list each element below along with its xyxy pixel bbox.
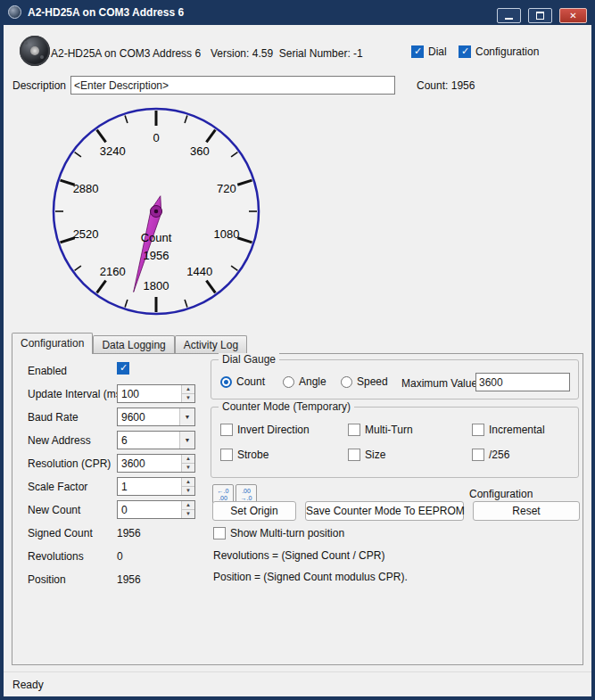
version-value: 4.59	[252, 47, 273, 60]
radio-angle[interactable]: Angle	[283, 375, 326, 388]
maximize-button[interactable]	[528, 8, 552, 23]
field-label-signed-count: Signed Count	[28, 527, 93, 539]
close-icon: ✕	[560, 9, 586, 22]
field-label-scale-factor: Scale Factor	[28, 481, 87, 493]
checkbox-label: Strobe	[237, 449, 269, 461]
spin-up-button[interactable]: ▲	[182, 478, 194, 486]
minimize-icon	[505, 18, 513, 20]
new-address-dropdown[interactable]: 6▼	[117, 431, 195, 449]
radio-button	[220, 376, 232, 388]
field-label-position: Position	[28, 573, 66, 586]
count-label: Count:	[417, 79, 448, 92]
radio-count[interactable]: Count	[220, 375, 265, 388]
dial-gauge-group-title: Dial Gauge	[219, 353, 279, 366]
position-formula: Position = (Signed Count modulus CPR).	[213, 571, 408, 583]
dropdown-value: 9600	[121, 411, 145, 424]
titlebar[interactable]: A2-HD25A on COM3 Address 6 ✕	[0, 0, 595, 25]
spin-up-button[interactable]: ▲	[182, 455, 194, 463]
checkbox-multi-turn[interactable]: Multi-Turn	[348, 424, 413, 436]
checkbox-invert-direction[interactable]: Invert Direction	[220, 424, 310, 436]
minimize-button[interactable]	[497, 8, 521, 23]
serial-label: Serial Number:	[279, 47, 351, 60]
checkbox-label: Incremental	[489, 424, 545, 436]
new-count-spinner[interactable]: 0▲▼	[117, 500, 195, 519]
field-label-baud-rate: Baud Rate	[28, 411, 79, 424]
dial-tick-label: 360	[190, 144, 210, 158]
dial-checkbox[interactable]: Dial	[411, 45, 447, 58]
maximum-value-input[interactable]	[475, 373, 570, 391]
spinner-value: 1	[121, 481, 128, 493]
description-label: Description	[12, 79, 66, 92]
dial-tick-label: 1440	[186, 265, 212, 278]
spin-up-button[interactable]: ▲	[182, 501, 194, 509]
chevron-down-icon: ▼	[179, 432, 194, 449]
configuration-checkbox[interactable]: Configuration	[459, 45, 539, 58]
checkbox-box	[220, 449, 233, 461]
tab-activity-log[interactable]: Activity Log	[175, 335, 247, 353]
position-value: 1956	[117, 573, 141, 586]
spin-up-button[interactable]: ▲	[182, 385, 194, 393]
radio-label: Angle	[299, 375, 326, 388]
version-label: Version:	[211, 47, 249, 60]
show-multiturn-checkbox[interactable]: Show Multi-turn position	[213, 527, 344, 539]
checkbox-strobe[interactable]: Strobe	[220, 449, 269, 461]
set-origin-button[interactable]: Set Origin	[212, 501, 296, 521]
radio-speed[interactable]: Speed	[341, 375, 388, 388]
checkbox-label: Size	[365, 449, 385, 461]
version-info: Version: 4.59 Serial Number: -1	[211, 47, 363, 60]
dial-checkbox-box	[411, 45, 424, 58]
dial-tick-label: 2520	[73, 227, 99, 241]
radio-button	[283, 376, 294, 388]
spin-down-button[interactable]: ▼	[182, 463, 194, 472]
update-interval-ms-spinner[interactable]: 100▲▼	[117, 384, 195, 403]
checkbox-256[interactable]: /256	[472, 449, 509, 461]
checkbox-label: Invert Direction	[237, 424, 310, 436]
baud-rate-dropdown[interactable]: 9600▼	[117, 408, 195, 426]
spinner-value: 100	[121, 388, 139, 400]
checkbox-box	[220, 424, 233, 436]
configuration-checkbox-label: Configuration	[475, 45, 539, 58]
counter-mode-group: Counter Mode (Temporary) Invert Directio…	[211, 407, 579, 478]
checkbox-incremental[interactable]: Incremental	[472, 424, 545, 436]
reset-button[interactable]: Reset	[473, 501, 580, 521]
resolution-cpr-spinner[interactable]: 3600▲▼	[117, 454, 195, 473]
configuration-checkbox-box	[459, 45, 471, 58]
device-photo-icon	[20, 36, 50, 66]
checkbox-label: Multi-Turn	[365, 424, 413, 436]
maximum-value-label: Maximum Value	[401, 377, 477, 390]
window-title: A2-HD25A on COM3 Address 6	[28, 6, 184, 19]
dial-gauge: 03607201080144018002160252028803240Count…	[49, 104, 263, 318]
counter-mode-group-title: Counter Mode (Temporary)	[219, 400, 354, 413]
checkbox-label: /256	[489, 449, 509, 461]
dial-tick-label: 1080	[213, 227, 239, 241]
status-bar: Ready	[4, 671, 591, 696]
dial-center-label: Count	[141, 231, 172, 244]
configuration-panel: EnabledUpdate Interval (ms)100▲▼Baud Rat…	[12, 353, 583, 665]
checkbox-box	[472, 449, 484, 461]
tab-strip: ConfigurationData LoggingActivity Log	[12, 334, 247, 353]
dial-gauge-group: Dial Gauge CountAngleSpeed Maximum Value	[211, 359, 579, 399]
spin-down-button[interactable]: ▼	[182, 393, 194, 402]
revolutions-formula: Revolutions = (Signed Count / CPR)	[213, 549, 384, 562]
checkbox-size[interactable]: Size	[348, 449, 385, 461]
radio-label: Speed	[357, 375, 388, 388]
spin-down-button[interactable]: ▼	[182, 509, 194, 518]
checkbox-box	[348, 449, 360, 461]
show-multiturn-checkbox-label: Show Multi-turn position	[230, 527, 344, 539]
dial-center-value: 1956	[144, 249, 169, 262]
close-button[interactable]: ✕	[559, 8, 587, 23]
save-counter-mode-to-eeprom-button[interactable]: Save Counter Mode To EEPROM	[305, 501, 464, 521]
decimal-icon: .00	[236, 488, 256, 495]
decimal-icon: ←.0	[213, 488, 233, 495]
serial-value: -1	[353, 47, 363, 60]
app-icon	[8, 5, 21, 19]
scale-factor-spinner[interactable]: 1▲▼	[117, 477, 195, 496]
field-label-new-count: New Count	[28, 504, 80, 516]
app-window: A2-HD25A on COM3 Address 6 ✕ A2-HD25A on…	[0, 0, 595, 700]
enabled-checkbox[interactable]	[117, 362, 129, 375]
dial-checkbox-label: Dial	[428, 45, 447, 58]
tab-data-logging[interactable]: Data Logging	[93, 335, 174, 353]
tab-configuration[interactable]: Configuration	[12, 333, 93, 354]
spin-down-button[interactable]: ▼	[182, 486, 194, 495]
description-input[interactable]	[70, 76, 395, 95]
